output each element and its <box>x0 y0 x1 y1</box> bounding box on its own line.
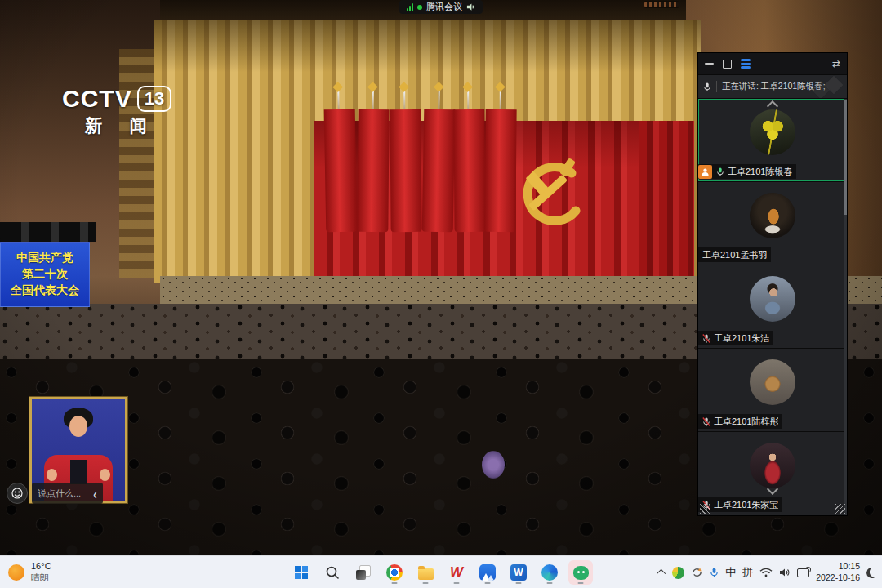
task-view-icon <box>356 565 371 580</box>
avatar-yellow-clover <box>750 109 795 155</box>
wechat-button[interactable] <box>568 560 593 585</box>
chevron-left-icon[interactable]: ‹ <box>93 486 96 501</box>
participant-name: 工卓2101陈银春 <box>728 166 792 178</box>
clock[interactable]: 10:15 2022-10-16 <box>816 561 860 583</box>
mic-on-icon <box>716 167 724 177</box>
file-explorer-button[interactable] <box>413 560 438 585</box>
participant-tile[interactable]: 工卓2101陈银春 <box>698 99 847 182</box>
participant-name: 工卓2101陆梓彤 <box>714 416 778 428</box>
resize-handle[interactable] <box>700 504 710 514</box>
tray-date: 2022-10-16 <box>816 572 860 584</box>
participant-name-bar: 工卓2101朱家宝 <box>698 497 782 512</box>
scrollbar[interactable] <box>844 99 847 515</box>
interpreter-face <box>69 416 87 437</box>
resize-handle[interactable] <box>835 504 845 514</box>
avatar-girl-photo <box>750 276 795 322</box>
mini-striped-widget[interactable] <box>644 1 679 8</box>
chat-input[interactable]: 说点什么... ‹ <box>32 483 103 504</box>
mic-muted-icon <box>702 333 710 344</box>
participant-list[interactable]: 工卓2101陈银春 工卓2101孟书羽 工卓 <box>698 99 847 515</box>
mountain-app-button[interactable] <box>475 560 500 585</box>
word-button[interactable] <box>506 560 531 585</box>
taskbar-center-icons: W <box>289 556 593 588</box>
layout-list-icon[interactable] <box>741 59 751 68</box>
meeting-app-name: 腾讯会议 <box>426 1 462 13</box>
word-icon <box>510 564 527 581</box>
start-button[interactable] <box>289 560 314 585</box>
interpreter-hand <box>100 469 110 481</box>
participant-name-bar: 工卓2101陆梓彤 <box>698 414 782 429</box>
maximize-icon[interactable] <box>723 60 732 69</box>
minimize-icon[interactable] <box>705 63 714 65</box>
caption-line: 中国共产党 <box>16 251 74 265</box>
do-not-disturb-moon-icon[interactable] <box>866 566 879 579</box>
folder-icon <box>418 568 434 580</box>
meeting-panel-header[interactable]: ⇄ <box>698 53 847 74</box>
meeting-status-pill[interactable]: 腾讯会议 <box>399 0 483 14</box>
participant-name: 工卓2101朱洁 <box>714 332 769 345</box>
channel-subtitle: 新 闻 <box>85 114 172 137</box>
avatar-dog-photo <box>750 359 795 405</box>
windows-logo-icon <box>295 566 308 579</box>
edge-button[interactable] <box>537 560 562 585</box>
participant-tile[interactable]: 工卓2101陆梓彤 <box>698 349 847 432</box>
avatar-costume-photo <box>750 443 795 488</box>
search-button[interactable] <box>320 560 345 585</box>
channel-number: 13 <box>137 86 172 112</box>
weather-widget[interactable]: 16°C 晴朗 <box>8 556 51 588</box>
tray-time: 10:15 <box>839 561 860 572</box>
wechat-icon <box>573 566 589 580</box>
caption-line: 第二十次 <box>22 267 68 282</box>
browser-button[interactable] <box>382 560 407 585</box>
rotation-lock-icon[interactable] <box>797 568 809 577</box>
task-view-button[interactable] <box>351 560 376 585</box>
weather-temperature: 16°C <box>31 561 51 572</box>
antivirus-tray-icon[interactable] <box>672 567 684 579</box>
participant-tile[interactable]: 工卓2101朱洁 <box>698 265 847 349</box>
wifi-icon[interactable] <box>760 568 773 577</box>
weather-condition: 晴朗 <box>31 572 51 584</box>
recording-dot-icon <box>417 5 422 10</box>
mic-muted-icon <box>702 416 710 427</box>
caption-line: 全国代表大会 <box>11 283 79 298</box>
interpreter-shirt <box>70 460 87 484</box>
participant-name: 工卓2101孟书羽 <box>702 249 767 261</box>
speaking-status-bar: 正在讲话: 工卓2101陈银春; <box>698 74 847 99</box>
smiley-icon <box>11 488 23 499</box>
participant-name-bar: 工卓2101朱洁 <box>698 331 773 345</box>
sync-tray-icon[interactable] <box>691 567 703 578</box>
chrome-icon <box>386 564 403 581</box>
wps-office-button[interactable]: W <box>444 560 469 585</box>
interpreter-hand <box>47 469 57 481</box>
signal-bars-icon <box>407 3 413 11</box>
edge-icon <box>541 564 558 581</box>
participant-name-bar: 工卓2101陈银春 <box>698 164 796 179</box>
host-badge-icon <box>698 165 712 179</box>
volume-icon[interactable] <box>779 568 791 577</box>
microphone-tray-icon[interactable] <box>710 567 719 578</box>
meeting-panel[interactable]: ⇄ 正在讲话: 工卓2101陈银春; <box>697 52 848 516</box>
avatar-orange-cat <box>750 193 795 238</box>
ime-language-indicator[interactable]: 中 <box>725 565 736 580</box>
ime-scheme-indicator[interactable]: 拼 <box>742 565 753 580</box>
search-icon <box>325 565 340 580</box>
chat-placeholder: 说点什么... <box>38 488 81 500</box>
wps-icon: W <box>450 564 463 581</box>
congress-caption-screen: 中国共产党 第二十次 全国代表大会 <box>0 242 90 307</box>
channel-logo: CCTV 13 新 闻 <box>62 85 172 137</box>
divider <box>716 81 717 92</box>
chat-bar[interactable]: 说点什么... ‹ <box>7 483 103 504</box>
participant-tile[interactable]: 工卓2101朱家宝 <box>698 432 847 515</box>
hidden-icons-chevron-icon[interactable] <box>657 569 666 578</box>
speaking-label: 正在讲话: 工卓2101陈银春; <box>722 81 826 92</box>
desktop: CCTV 13 新 闻 中国共产党 第二十次 全国代表大会 <box>0 0 882 588</box>
mic-icon <box>703 82 711 92</box>
participant-name-bar: 工卓2101孟书羽 <box>698 247 771 262</box>
scrollbar-thumb[interactable] <box>844 100 847 215</box>
channel-name: CCTV <box>62 85 132 113</box>
taskbar: 16°C 晴朗 W <box>0 555 882 588</box>
popout-arrows-icon[interactable]: ⇄ <box>832 59 840 69</box>
participant-name: 工卓2101朱家宝 <box>714 499 778 511</box>
emoji-button[interactable] <box>7 483 28 504</box>
participant-tile[interactable]: 工卓2101孟书羽 <box>698 182 847 265</box>
